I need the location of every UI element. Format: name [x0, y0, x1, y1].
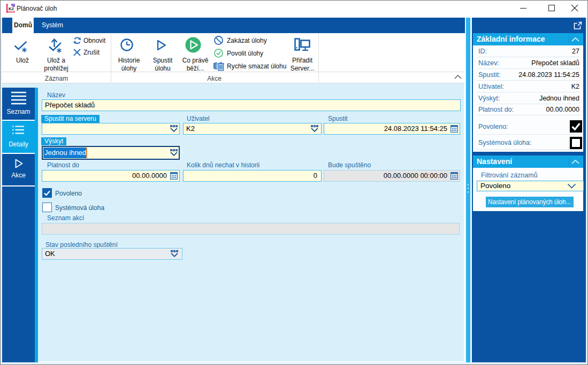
svg-text:K2: K2 [9, 6, 14, 11]
